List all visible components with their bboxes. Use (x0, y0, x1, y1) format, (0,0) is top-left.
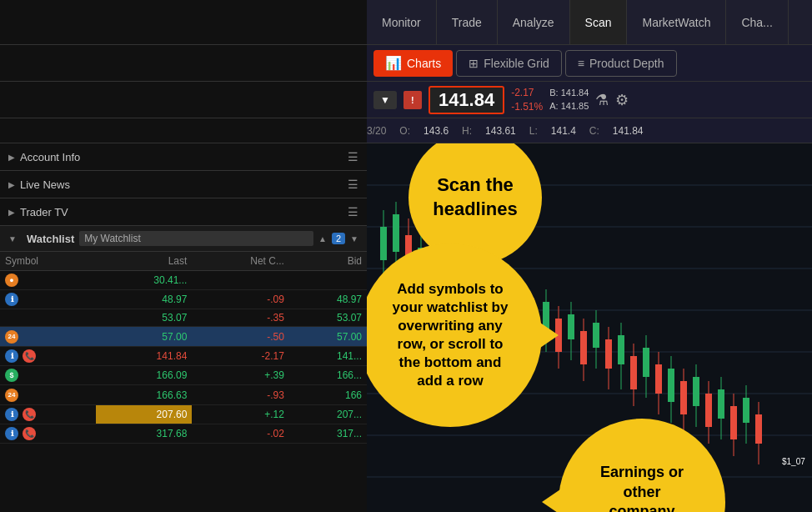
row8-symbol: ℹ 📞 (0, 405, 96, 424)
row4-symbol: 24 (0, 327, 96, 347)
table-row[interactable]: 53.07 -.35 53.07 (0, 309, 367, 327)
row3-bid: 53.07 (289, 309, 367, 327)
account-info-arrow: ▶ (8, 153, 15, 162)
live-news-menu-icon[interactable]: ☰ (348, 178, 358, 191)
tab-marketwatch[interactable]: MarketWatch (627, 0, 726, 44)
live-news-header[interactable]: ▶ Live News ☰ (0, 171, 367, 198)
watchlist-table-container[interactable]: Symbol Last Net C... Bid ● 30.41... (0, 252, 367, 512)
product-depth-button[interactable]: ≡ Product Depth (565, 50, 677, 77)
svg-rect-69 (755, 414, 762, 444)
tab-cha[interactable]: Cha... (726, 0, 788, 44)
ohlc-low-val: 141.4 (551, 125, 576, 137)
svg-rect-29 (505, 277, 512, 306)
svg-rect-37 (555, 319, 562, 352)
svg-rect-21 (455, 264, 462, 294)
svg-rect-45 (605, 339, 612, 369)
left-panel: ▶ Account Info ☰ ▶ Live News ☰ ▶ Trader … (0, 143, 367, 512)
top-nav: Monitor Trade Analyze Scan MarketWatch C… (0, 0, 812, 45)
watchlist-label: Watchlist (27, 233, 74, 245)
row8-bid: 207... (289, 405, 367, 424)
ohlc-left (0, 118, 367, 143)
row7-icon: 24 (5, 389, 18, 402)
right-panel: $1_07 Scan the headlines Add symbols to … (367, 143, 812, 512)
row8-icon-phone: 📞 (23, 408, 36, 421)
watchlist-name-input[interactable] (79, 231, 313, 246)
svg-rect-49 (630, 356, 637, 389)
trader-tv-menu-icon[interactable]: ☰ (348, 205, 358, 218)
svg-rect-53 (655, 364, 662, 394)
trader-tv-header[interactable]: ▶ Trader TV ☰ (0, 198, 367, 225)
main-layout: ▶ Account Info ☰ ▶ Live News ☰ ▶ Trader … (0, 143, 812, 512)
row2-change: -.09 (192, 290, 289, 309)
col-last: Last (96, 252, 192, 271)
row9-bid: 317... (289, 424, 367, 444)
account-info-menu-icon[interactable]: ☰ (348, 150, 358, 163)
svg-rect-65 (730, 406, 737, 439)
svg-rect-43 (593, 323, 599, 348)
nav-logo (0, 0, 367, 44)
charts-button[interactable]: 📊 Charts (373, 50, 453, 77)
row5-change: -2.17 (192, 347, 289, 366)
symbol-dropdown[interactable]: ▼ (373, 91, 397, 109)
table-row[interactable]: ℹ 📞 317.68 -.02 317... (0, 424, 367, 444)
svg-rect-33 (530, 310, 537, 339)
row3-last: 53.07 (96, 309, 192, 327)
tab-trade[interactable]: Trade (437, 0, 498, 44)
ohlc-open-label: O: (399, 125, 410, 137)
change-amount: -2.17 (511, 86, 543, 100)
svg-rect-17 (430, 239, 437, 273)
table-row[interactable]: ℹ 📞 141.84 -2.17 141... (0, 347, 367, 366)
second-nav-right: 📊 Charts ⊞ Flexible Grid ≡ Product Depth (367, 45, 812, 81)
table-row[interactable]: $ 166.09 +.39 166... (0, 366, 367, 385)
svg-rect-57 (680, 381, 687, 414)
gear-button[interactable]: ⚙ (615, 91, 629, 109)
tab-analyze[interactable]: Analyze (498, 0, 570, 44)
trader-tv-label: Trader TV (20, 206, 348, 218)
chart-icon: 📊 (385, 55, 402, 71)
svg-rect-35 (543, 302, 549, 331)
svg-rect-51 (643, 348, 649, 377)
watchlist-up-arrow[interactable]: ▲ (318, 234, 327, 243)
ohlc-bar: 3/20 O: 143.6 H: 143.61 L: 141.4 C: 141.… (0, 118, 812, 143)
chart-toolbar: ▼ ! 141.84 -2.17 -1.51% B: 141.84 A: 141… (0, 82, 812, 118)
row5-icon-info: ℹ (5, 349, 18, 363)
watchlist-count: 2 (332, 233, 345, 244)
row5-icon-phone: 📞 (23, 349, 36, 363)
watchlist-down-arrow[interactable]: ▼ (350, 234, 358, 243)
table-row[interactable]: 24 57.00 -.50 57.00 (0, 327, 367, 347)
ohlc-close-label: C: (589, 125, 599, 137)
svg-rect-31 (518, 298, 524, 327)
svg-rect-63 (718, 389, 724, 419)
table-row[interactable]: ● 30.41... (0, 271, 367, 290)
row3-symbol (0, 309, 96, 327)
table-row[interactable]: 24 166.63 -.93 166 (0, 385, 367, 405)
flexible-grid-label: Flexible Grid (484, 57, 549, 70)
row6-symbol: $ (0, 366, 96, 385)
account-info-header[interactable]: ▶ Account Info ☰ (0, 143, 367, 170)
second-nav: 📊 Charts ⊞ Flexible Grid ≡ Product Depth (0, 45, 812, 82)
toolbar-right: ▼ ! 141.84 -2.17 -1.51% B: 141.84 A: 141… (367, 82, 812, 118)
trader-tv-arrow: ▶ (8, 208, 15, 217)
live-news-arrow: ▶ (8, 180, 15, 189)
table-row[interactable]: ℹ 📞 207.60 +.12 207... (0, 405, 367, 424)
flask-button[interactable]: ⚗ (595, 91, 609, 109)
watchlist-arrow-down: ▼ (8, 234, 17, 243)
account-info-section: ▶ Account Info ☰ (0, 143, 367, 171)
table-row[interactable]: ℹ 48.97 -.09 48.97 (0, 290, 367, 309)
svg-rect-55 (668, 369, 674, 402)
svg-rect-27 (493, 285, 499, 319)
row9-icon-info: ℹ (5, 427, 18, 440)
ohlc-close-val: 141.84 (613, 125, 644, 137)
row4-change: -.50 (192, 327, 289, 347)
price-change: -2.17 -1.51% (511, 86, 543, 114)
tab-scan[interactable]: Scan (570, 0, 628, 44)
flexible-grid-button[interactable]: ⊞ Flexible Grid (456, 50, 562, 77)
tab-monitor[interactable]: Monitor (367, 0, 437, 44)
bid-label: B: 141.84 (549, 87, 589, 99)
change-pct: -1.51% (511, 100, 543, 114)
svg-rect-9 (380, 227, 387, 260)
live-news-label: Live News (20, 178, 348, 191)
bid-ask: B: 141.84 A: 141.85 (549, 87, 589, 113)
row7-last: 166.63 (96, 385, 192, 405)
svg-rect-59 (693, 377, 699, 406)
